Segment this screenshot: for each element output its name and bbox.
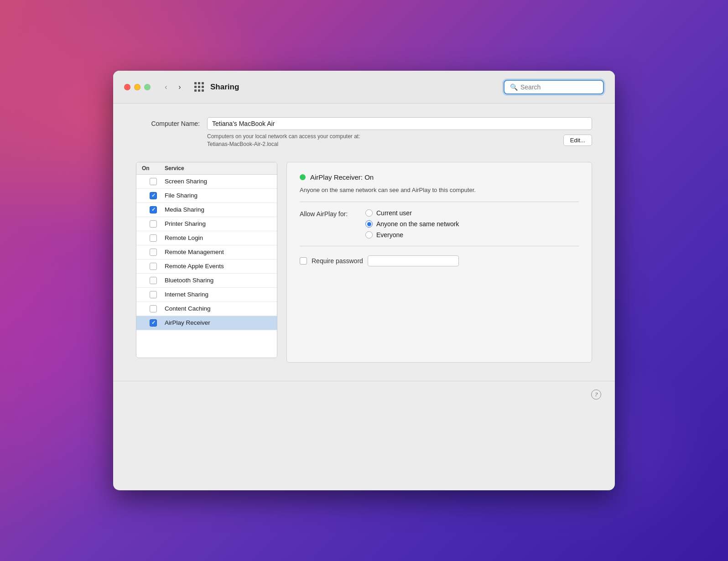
local-address-text: Computers on your local network can acce…: [207, 133, 360, 148]
printer-sharing-checkbox[interactable]: [150, 220, 157, 228]
preferences-window: ‹ › Sharing 🔍 Computer Name:: [113, 71, 615, 490]
airplay-description: Anyone on the same network can see and A…: [300, 186, 579, 195]
help-button[interactable]: ?: [591, 390, 601, 400]
bottom-bar: ?: [113, 381, 615, 408]
grid-dot: [194, 82, 197, 84]
radio-everyone-circle[interactable]: [365, 231, 373, 239]
service-item-remote-apple-events[interactable]: Remote Apple Events: [136, 260, 277, 274]
screen-sharing-label: Screen Sharing: [165, 178, 207, 185]
computer-name-input[interactable]: [207, 117, 592, 130]
printer-sharing-label: Printer Sharing: [165, 220, 206, 227]
search-input[interactable]: [520, 83, 598, 91]
screen-sharing-checkbox[interactable]: [150, 178, 157, 185]
service-item-remote-login[interactable]: Remote Login: [136, 231, 277, 245]
service-item-media-sharing[interactable]: Media Sharing: [136, 203, 277, 217]
forward-button[interactable]: ›: [173, 81, 186, 94]
require-password-checkbox[interactable]: [300, 257, 307, 265]
media-sharing-label: Media Sharing: [165, 206, 204, 213]
traffic-lights: [124, 84, 151, 90]
grid-dot: [194, 89, 197, 92]
service-item-printer-sharing[interactable]: Printer Sharing: [136, 217, 277, 231]
main-content: Computer Name: Computers on your local n…: [113, 104, 615, 381]
checkbox-col: [142, 305, 165, 312]
content-caching-label: Content Caching: [165, 305, 211, 312]
radio-same-network-circle[interactable]: [365, 220, 373, 228]
require-password-label: Require password: [312, 257, 363, 265]
service-item-file-sharing[interactable]: File Sharing: [136, 189, 277, 203]
allow-label-row: Allow AirPlay for: Current user Anyone o…: [300, 209, 579, 239]
window-title: Sharing: [210, 83, 504, 92]
computer-name-right: Computers on your local network can acce…: [207, 117, 592, 148]
grid-dot: [194, 86, 197, 88]
radio-same-network[interactable]: Anyone on the same network: [365, 220, 459, 228]
bluetooth-sharing-label: Bluetooth Sharing: [165, 277, 213, 284]
remote-apple-events-checkbox[interactable]: [150, 263, 157, 270]
remote-management-checkbox[interactable]: [150, 249, 157, 256]
checkbox-col: [142, 277, 165, 284]
back-button[interactable]: ‹: [160, 81, 172, 94]
checkbox-col: [142, 291, 165, 298]
media-sharing-checkbox[interactable]: [150, 206, 157, 213]
close-button[interactable]: [124, 84, 130, 90]
airplay-receiver-checkbox[interactable]: [150, 319, 157, 327]
search-box[interactable]: 🔍: [504, 80, 604, 94]
right-panel: AirPlay Receiver: On Anyone on the same …: [286, 162, 592, 363]
radio-current-user[interactable]: Current user: [365, 209, 459, 217]
radio-everyone[interactable]: Everyone: [365, 231, 459, 239]
nav-buttons: ‹ ›: [160, 81, 186, 94]
airplay-status-text: AirPlay Receiver: On: [310, 173, 374, 181]
radio-current-user-circle[interactable]: [365, 209, 373, 217]
allow-airplay-label: Allow AirPlay for:: [300, 209, 359, 218]
content-caching-checkbox[interactable]: [150, 305, 157, 312]
grid-dot: [198, 86, 200, 88]
remote-management-label: Remote Management: [165, 249, 224, 255]
divider-1: [300, 202, 579, 202]
grid-dot: [202, 86, 204, 88]
remote-login-checkbox[interactable]: [150, 234, 157, 242]
service-item-internet-sharing[interactable]: Internet Sharing: [136, 288, 277, 302]
file-sharing-checkbox[interactable]: [150, 192, 157, 199]
local-address-row: Computers on your local network can acce…: [207, 133, 592, 148]
computer-name-section: Computer Name: Computers on your local n…: [136, 117, 592, 148]
bluetooth-sharing-checkbox[interactable]: [150, 277, 157, 284]
services-empty-area: [136, 330, 277, 358]
edit-button[interactable]: Edit...: [563, 135, 592, 146]
radio-current-user-label: Current user: [376, 209, 412, 217]
radio-same-network-label: Anyone on the same network: [376, 220, 459, 228]
divider-2: [300, 246, 579, 246]
checkbox-col: [142, 178, 165, 185]
checkbox-col: [142, 234, 165, 242]
password-input[interactable]: [368, 255, 459, 266]
col-on-header: On: [142, 165, 165, 171]
checkbox-col: [142, 206, 165, 213]
checkbox-col: [142, 319, 165, 327]
internet-sharing-label: Internet Sharing: [165, 291, 208, 298]
checkbox-col: [142, 220, 165, 228]
grid-dot: [198, 89, 200, 92]
grid-dot: [202, 82, 204, 84]
radio-options: Current user Anyone on the same network …: [365, 209, 459, 239]
checkbox-col: [142, 192, 165, 199]
computer-name-label: Computer Name:: [136, 117, 200, 127]
radio-everyone-label: Everyone: [376, 231, 403, 239]
service-item-airplay-receiver[interactable]: AirPlay Receiver: [136, 316, 277, 330]
services-header: On Service: [136, 162, 277, 175]
require-password-row: Require password: [300, 255, 579, 266]
col-service-header: Service: [165, 165, 184, 171]
remote-apple-events-label: Remote Apple Events: [165, 263, 224, 270]
service-item-screen-sharing[interactable]: Screen Sharing: [136, 175, 277, 189]
services-panel: On Service Screen Sharing File Sharing: [136, 162, 277, 358]
titlebar: ‹ › Sharing 🔍: [113, 71, 615, 104]
file-sharing-label: File Sharing: [165, 192, 198, 199]
remote-login-label: Remote Login: [165, 234, 203, 241]
minimize-button[interactable]: [134, 84, 140, 90]
service-item-remote-management[interactable]: Remote Management: [136, 245, 277, 260]
internet-sharing-checkbox[interactable]: [150, 291, 157, 298]
airplay-receiver-label: AirPlay Receiver: [165, 319, 210, 326]
airplay-status-row: AirPlay Receiver: On: [300, 173, 579, 181]
service-item-content-caching[interactable]: Content Caching: [136, 302, 277, 316]
service-item-bluetooth-sharing[interactable]: Bluetooth Sharing: [136, 274, 277, 288]
allow-airplay-section: Allow AirPlay for: Current user Anyone o…: [300, 209, 579, 239]
maximize-button[interactable]: [144, 84, 151, 90]
grid-view-button[interactable]: [194, 82, 204, 92]
